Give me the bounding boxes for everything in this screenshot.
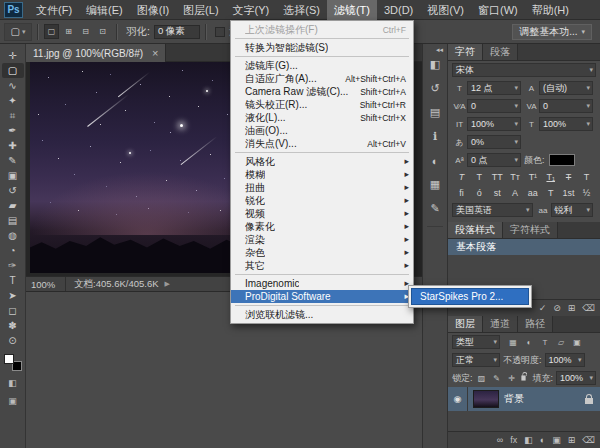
panel-tab[interactable]: 字符 bbox=[448, 44, 483, 60]
背景[interactable]: ◉ 背景 bbox=[448, 387, 600, 411]
subtract-from-selection-button[interactable]: ⊟ bbox=[78, 24, 93, 39]
tool-preset-picker[interactable]: ▢ bbox=[4, 23, 32, 41]
fractions-button[interactable]: ½ bbox=[579, 188, 594, 198]
hand-tool[interactable]: ✽ bbox=[2, 318, 24, 333]
canvas-image[interactable] bbox=[30, 62, 264, 273]
faux-bold-button[interactable]: T bbox=[454, 172, 469, 182]
filter-menu-item[interactable]: 油画(O)... bbox=[231, 124, 413, 137]
menubar-item[interactable]: 帮助(H) bbox=[525, 0, 576, 20]
superscript-button[interactable]: T¹ bbox=[525, 172, 540, 182]
lock-image-pixels-icon[interactable]: ✎ bbox=[491, 374, 503, 383]
zoom-tool[interactable]: ⊙ bbox=[2, 333, 24, 348]
kerning-select[interactable]: 0 bbox=[467, 99, 521, 113]
adjustment-layer-icon[interactable]: ◐ bbox=[540, 435, 545, 445]
shape-filter-icon[interactable]: ▱ bbox=[555, 338, 567, 347]
opacity-select[interactable]: 100% bbox=[545, 353, 585, 367]
layer-mask-icon[interactable]: ◧ bbox=[524, 435, 533, 445]
menubar-item[interactable]: 文件(F) bbox=[29, 0, 79, 20]
anti-alias-select[interactable]: 锐利 bbox=[551, 203, 593, 217]
panel-tab[interactable]: 段落 bbox=[483, 44, 518, 60]
status-options-arrow[interactable]: ▶ bbox=[165, 280, 170, 288]
clear-override-icon[interactable]: ✓ bbox=[539, 303, 547, 313]
filter-menu-item[interactable]: 消失点(V)... Alt+Ctrl+V bbox=[231, 137, 413, 150]
filter-menu-item[interactable]: 转换为智能滤镜(S) bbox=[231, 41, 413, 54]
faux-italic-button[interactable]: T bbox=[472, 172, 487, 182]
menubar-item[interactable]: 视图(V) bbox=[420, 0, 471, 20]
zoom-level-field[interactable]: 100% bbox=[26, 277, 66, 291]
menubar-item[interactable]: 窗口(W) bbox=[471, 0, 525, 20]
subscript-button[interactable]: T₁ bbox=[543, 172, 558, 182]
filter-menu-item[interactable]: ProDigital Software bbox=[231, 290, 413, 303]
brush-panel-icon[interactable]: ✎ bbox=[425, 199, 445, 218]
filter-menu-item[interactable]: 镜头校正(R)... Shift+Ctrl+R bbox=[231, 98, 413, 111]
discretionary-ligatures-button[interactable]: st bbox=[490, 188, 505, 198]
eyedropper-tool[interactable]: ✒ bbox=[2, 123, 24, 138]
menubar-item[interactable]: 图像(I) bbox=[130, 0, 176, 20]
dodge-tool[interactable]: ◔ bbox=[2, 243, 24, 258]
horizontal-scale-input[interactable]: 100% bbox=[539, 117, 593, 131]
filter-menu-item[interactable]: 渲染 bbox=[231, 233, 413, 246]
proportional-spacing-select[interactable]: 0% bbox=[467, 135, 521, 149]
style-list-item[interactable]: 基本段落 bbox=[448, 239, 600, 255]
move-tool[interactable]: ✛ bbox=[2, 48, 24, 63]
menubar-item[interactable]: 编辑(E) bbox=[79, 0, 130, 20]
lock-all-icon[interactable] bbox=[521, 375, 525, 380]
lock-position-icon[interactable]: ✛ bbox=[506, 374, 518, 383]
submenu-item-starspikes[interactable]: StarSpikes Pro 2... bbox=[411, 288, 529, 305]
filter-menu-item[interactable]: 锐化 bbox=[231, 194, 413, 207]
quick-mask-button[interactable]: ◧ bbox=[2, 376, 24, 389]
layer-filter-select[interactable]: 类型 bbox=[452, 335, 500, 349]
filter-menu-item[interactable]: 浏览联机滤镜... bbox=[231, 308, 413, 321]
delete-style-icon[interactable]: ⌫ bbox=[582, 303, 595, 313]
type-tool[interactable]: T bbox=[2, 273, 24, 288]
font-size-select[interactable]: 12 点 bbox=[467, 81, 521, 95]
foreground-color-swatch[interactable] bbox=[4, 354, 14, 364]
all-caps-button[interactable]: TT bbox=[490, 172, 505, 182]
panel-tab[interactable]: 路径 bbox=[518, 316, 553, 332]
new-style-icon[interactable]: ⊞ bbox=[568, 303, 576, 313]
layer-visibility-toggle[interactable]: ◉ bbox=[448, 387, 468, 411]
screen-mode-button[interactable]: ▣ bbox=[2, 394, 24, 407]
redefine-style-icon[interactable]: ⊘ bbox=[553, 303, 561, 313]
leading-select[interactable]: (自动) bbox=[539, 81, 593, 95]
workspace-switcher[interactable]: 调整基本功... bbox=[512, 24, 592, 40]
blend-mode-select[interactable]: 正常 bbox=[452, 353, 500, 367]
filter-menu-item[interactable]: 视频 bbox=[231, 207, 413, 220]
panel-tab[interactable]: 段落样式 bbox=[448, 222, 503, 238]
contextual-alternates-button[interactable]: ó bbox=[472, 188, 487, 198]
new-layer-icon[interactable]: ⊞ bbox=[568, 435, 576, 445]
swash-button[interactable]: T bbox=[543, 188, 558, 198]
feather-input[interactable]: 0 像素 bbox=[154, 25, 200, 39]
delete-layer-icon[interactable]: ⌫ bbox=[582, 435, 595, 445]
menubar-item[interactable]: 3D(D) bbox=[377, 0, 420, 20]
history-brush-tool[interactable]: ↺ bbox=[2, 183, 24, 198]
language-select[interactable]: 美国英语 bbox=[452, 203, 533, 217]
intersect-selection-button[interactable]: ⊡ bbox=[95, 24, 110, 39]
pen-tool[interactable]: ✑ bbox=[2, 258, 24, 273]
panel-tab[interactable]: 通道 bbox=[483, 316, 518, 332]
type-filter-icon[interactable]: T bbox=[539, 338, 551, 347]
crop-tool[interactable]: ⌗ bbox=[2, 108, 24, 123]
ordinals-button[interactable]: 1st bbox=[561, 188, 576, 198]
titling-alternates-button[interactable]: A bbox=[508, 188, 523, 198]
stylistic-alternates-button[interactable]: aa bbox=[525, 188, 540, 198]
gradient-tool[interactable]: ▤ bbox=[2, 213, 24, 228]
filter-menu-item[interactable]: 模糊 bbox=[231, 168, 413, 181]
text-color-swatch[interactable] bbox=[549, 154, 575, 166]
filter-menu-item[interactable]: 其它 bbox=[231, 259, 413, 272]
filter-menu-item[interactable]: 像素化 bbox=[231, 220, 413, 233]
panel-tab[interactable]: 字符样式 bbox=[503, 222, 558, 238]
layer-thumbnail[interactable] bbox=[473, 390, 499, 408]
filter-menu-item[interactable]: Imagenomic bbox=[231, 277, 413, 290]
menubar-item[interactable]: 选择(S) bbox=[276, 0, 327, 20]
shape-tool[interactable]: ◻ bbox=[2, 303, 24, 318]
brush-tool[interactable]: ✎ bbox=[2, 153, 24, 168]
filter-menu-item[interactable]: Camera Raw 滤镜(C)... Shift+Ctrl+A bbox=[231, 85, 413, 98]
baseline-shift-input[interactable]: 0 点 bbox=[467, 153, 521, 167]
color-swatches[interactable] bbox=[4, 354, 22, 371]
new-selection-button[interactable]: ▢ bbox=[44, 24, 59, 39]
adjustments-panel-icon[interactable]: ◐ bbox=[425, 151, 445, 170]
tracking-select[interactable]: 0 bbox=[539, 99, 593, 113]
menubar-item[interactable]: 图层(L) bbox=[176, 0, 225, 20]
actions-panel-icon[interactable]: ▦ bbox=[425, 175, 445, 194]
